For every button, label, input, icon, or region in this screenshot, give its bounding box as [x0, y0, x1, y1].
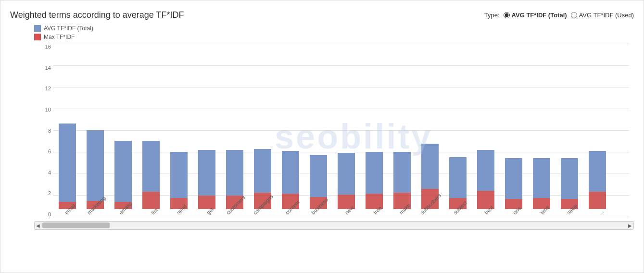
legend-color-red	[34, 34, 41, 40]
bar-stack	[170, 152, 188, 209]
bar-blue	[254, 149, 271, 193]
bar-group: best	[472, 150, 500, 217]
y-label-0: 0	[34, 212, 53, 217]
bar-stack	[533, 158, 550, 209]
bar-blue	[561, 158, 578, 199]
bar-blue	[226, 150, 243, 196]
bar-blue	[421, 144, 439, 189]
type-label: Type:	[484, 12, 500, 19]
bar-group: subject	[444, 157, 472, 217]
legend-label-red: Max TF*IDF	[44, 34, 75, 40]
bar-group: send	[165, 152, 193, 217]
bar-group: make	[388, 152, 416, 217]
y-label-10: 10	[34, 107, 53, 112]
bar-blue	[533, 158, 550, 198]
y-label-6: 6	[34, 149, 53, 154]
bar-group: list	[137, 141, 165, 217]
bar-stack	[198, 150, 215, 209]
bar-blue	[366, 152, 383, 194]
bar-stack	[477, 150, 494, 209]
y-label-8: 8	[34, 128, 53, 134]
bar-blue	[338, 153, 355, 195]
bar-stack	[589, 151, 606, 209]
bar-blue	[142, 141, 160, 192]
bar-blue	[170, 152, 188, 198]
bar-red	[198, 196, 215, 209]
y-label-12: 12	[34, 86, 53, 91]
bar-stack	[561, 158, 578, 209]
radio-total[interactable]: AVG TF*IDF (Total)	[504, 12, 567, 19]
chart-area: 0 2 4 6 8 10 12 14 16 emailmarketingemai…	[34, 44, 629, 217]
bar-stack	[114, 141, 132, 209]
bar-stack	[366, 152, 383, 209]
scroll-right-arrow[interactable]: ▶	[628, 223, 632, 228]
bar-blue	[114, 141, 132, 202]
bar-red	[142, 192, 160, 209]
bar-stack	[338, 153, 355, 209]
bar-blue	[477, 150, 494, 191]
chart-container: Weighted terms according to average TF*I…	[0, 0, 644, 273]
bar-blue	[505, 158, 522, 199]
bar-group: marketing	[81, 130, 109, 217]
bar-stack	[505, 158, 522, 209]
bars-wrapper: emailmarketingemailslistsendgetcustomers…	[53, 44, 629, 217]
header-row: Weighted terms according to average TF*I…	[10, 10, 634, 20]
bar-group: email	[53, 124, 81, 218]
bar-group: campaigns	[249, 149, 277, 217]
plot-area: emailmarketingemailslistsendgetcustomers…	[53, 44, 629, 217]
y-label-2: 2	[34, 191, 53, 196]
scrollbar-area[interactable]: ◀ ▶	[34, 221, 634, 230]
bar-blue	[282, 151, 299, 194]
bar-group: one	[500, 158, 528, 217]
bar-blue	[310, 155, 327, 197]
bar-red	[589, 192, 606, 209]
bar-stack	[142, 141, 160, 209]
bar-group: subscribers	[416, 144, 444, 217]
legend-item-red: Max TF*IDF	[34, 34, 634, 40]
y-label-14: 14	[34, 65, 53, 71]
y-label-4: 4	[34, 170, 53, 175]
bar-blue	[393, 152, 411, 193]
scroll-left-arrow[interactable]: ◀	[36, 223, 40, 228]
bar-blue	[449, 157, 467, 198]
legend-label-blue: AVG TF*IDF (Total)	[44, 25, 93, 32]
bar-group: free	[360, 152, 388, 217]
radio-used-label: AVG TF*IDF (Used)	[579, 12, 634, 19]
bar-blue	[198, 150, 215, 196]
bar-blue	[87, 130, 104, 201]
bar-group: emails	[109, 141, 137, 217]
bar-stack	[393, 152, 411, 209]
radio-used[interactable]: AVG TF*IDF (Used)	[571, 12, 634, 19]
bar-blue	[589, 151, 606, 192]
bar-group: ...	[583, 151, 611, 217]
bar-group: customers	[221, 150, 249, 217]
chart-title: Weighted terms according to average TF*I…	[10, 10, 184, 20]
legend-item-blue: AVG TF*IDF (Total)	[34, 25, 634, 32]
type-selector: Type: AVG TF*IDF (Total) AVG TF*IDF (Use…	[484, 12, 634, 19]
radio-total-label: AVG TF*IDF (Total)	[512, 12, 567, 19]
bar-group: sales	[556, 158, 583, 217]
bar-label: ...	[597, 209, 605, 216]
y-label-16: 16	[34, 44, 53, 50]
bar-group: new	[332, 153, 360, 217]
bar-group: get	[193, 150, 221, 217]
bar-stack	[59, 124, 76, 210]
legend-color-blue	[34, 25, 41, 32]
scroll-thumb[interactable]	[42, 223, 110, 228]
bar-group: content	[277, 151, 304, 217]
bar-group: time	[528, 158, 556, 217]
bar-blue	[59, 124, 76, 202]
bar-group: business	[304, 155, 332, 217]
y-axis: 0 2 4 6 8 10 12 14 16	[34, 44, 53, 217]
legend: AVG TF*IDF (Total) Max TF*IDF	[34, 25, 634, 40]
